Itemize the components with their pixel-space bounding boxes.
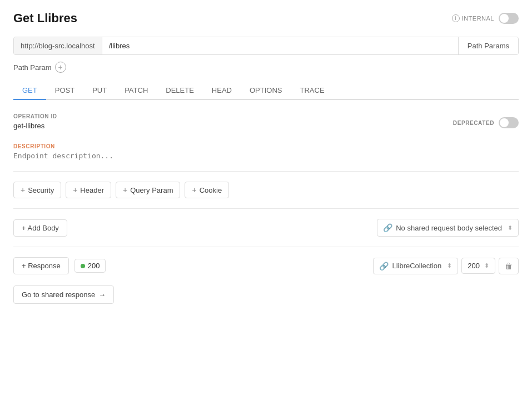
select-arrow-body: ⬍ <box>508 224 513 232</box>
param-buttons-row: + Security + Header + Query Param + Cook… <box>13 182 519 198</box>
plus-icon-header: + <box>73 186 77 194</box>
delete-response-button[interactable]: 🗑 <box>499 258 519 274</box>
tab-trace[interactable]: TRACE <box>291 82 334 100</box>
internal-toggle[interactable] <box>499 13 519 24</box>
tab-head[interactable]: HEAD <box>203 82 241 100</box>
link-icon-response: 🔗 <box>379 262 389 270</box>
body-row: + Add Body 🔗 No shared request body sele… <box>13 219 519 237</box>
response-left: + Response 200 <box>13 257 106 274</box>
tab-patch[interactable]: PATCH <box>116 82 157 100</box>
page-container: Get Llibres i INTERNAL http://blog-src.l… <box>0 0 532 396</box>
description-label: DESCRIPTION <box>13 143 519 149</box>
collection-label: LlibreCollection <box>392 262 441 270</box>
description-input[interactable] <box>13 152 519 160</box>
response-collection-select[interactable]: 🔗 LlibreCollection ⬍ <box>373 258 458 274</box>
query-param-label: Query Param <box>130 186 173 194</box>
page-header: Get Llibres i INTERNAL <box>13 11 519 26</box>
response-row: + Response 200 🔗 LlibreCollection ⬍ 200 … <box>13 257 519 274</box>
path-param-row: Path Param + <box>13 62 519 73</box>
header-label: Header <box>80 186 104 194</box>
response-right: 🔗 LlibreCollection ⬍ 200 ⬍ 🗑 <box>373 258 519 274</box>
code-arrow: ⬍ <box>484 262 489 269</box>
operation-id-group: OPERATION ID get-llibres <box>13 113 57 132</box>
plus-icon-security: + <box>21 186 25 194</box>
add-response-button[interactable]: + Response <box>13 257 69 274</box>
url-bar: http://blog-src.localhost Path Params <box>13 37 519 55</box>
collection-arrow: ⬍ <box>447 262 452 269</box>
divider-2 <box>13 208 519 209</box>
deprecated-group: DEPRECATED <box>453 117 519 128</box>
response-code-select[interactable]: 200 ⬍ <box>461 258 495 274</box>
internal-label: INTERNAL <box>462 15 494 22</box>
add-response-label: + Response <box>22 262 61 270</box>
path-param-label: Path Param <box>13 63 52 72</box>
path-params-button[interactable]: Path Params <box>458 37 518 54</box>
url-path-input[interactable] <box>102 37 458 54</box>
deprecated-row: OPERATION ID get-llibres DEPRECATED <box>13 113 519 132</box>
go-to-shared-response-button[interactable]: Go to shared response → <box>13 285 114 304</box>
go-to-shared-label: Go to shared response <box>22 290 95 299</box>
description-section: DESCRIPTION <box>13 143 519 160</box>
plus-icon-cookie: + <box>192 186 196 194</box>
cookie-button[interactable]: + Cookie <box>185 182 229 198</box>
shared-body-label: No shared request body selected <box>396 224 502 232</box>
security-button[interactable]: + Security <box>13 182 61 198</box>
shared-body-select[interactable]: 🔗 No shared request body selected ⬍ <box>377 219 519 237</box>
method-tabs: GET POST PUT PATCH DELETE HEAD OPTIONS T… <box>13 82 519 100</box>
query-param-button[interactable]: + Query Param <box>116 182 181 198</box>
response-code-value: 200 <box>468 262 480 270</box>
header-button[interactable]: + Header <box>66 182 111 198</box>
add-body-label: + Add Body <box>22 224 59 232</box>
operation-id-value: get-llibres <box>13 122 57 130</box>
trash-icon: 🗑 <box>505 262 513 270</box>
cookie-label: Cookie <box>200 186 222 194</box>
add-path-param-button[interactable]: + <box>55 62 66 73</box>
tab-options[interactable]: OPTIONS <box>241 82 291 100</box>
green-status-dot <box>81 264 85 268</box>
response-status-code: 200 <box>88 262 100 270</box>
tab-delete[interactable]: DELETE <box>157 82 203 100</box>
operation-id-section: OPERATION ID get-llibres DEPRECATED <box>13 113 519 132</box>
plus-icon-query: + <box>123 186 127 194</box>
internal-info: i INTERNAL <box>452 14 494 22</box>
add-body-button[interactable]: + Add Body <box>13 219 67 237</box>
link-icon-body: 🔗 <box>383 223 392 232</box>
tab-put[interactable]: PUT <box>83 82 116 100</box>
url-base: http://blog-src.localhost <box>14 37 102 54</box>
divider-3 <box>13 247 519 247</box>
security-label: Security <box>28 186 54 194</box>
operation-id-label: OPERATION ID <box>13 113 57 119</box>
info-icon: i <box>452 14 460 22</box>
page-title: Get Llibres <box>13 11 77 26</box>
deprecated-label: DEPRECATED <box>453 120 494 126</box>
tab-get[interactable]: GET <box>13 82 46 100</box>
internal-toggle-group: i INTERNAL <box>452 13 519 24</box>
deprecated-toggle[interactable] <box>499 117 519 128</box>
response-badge: 200 <box>74 259 106 273</box>
tab-post[interactable]: POST <box>46 82 83 100</box>
divider-1 <box>13 171 519 172</box>
arrow-icon: → <box>98 290 106 299</box>
